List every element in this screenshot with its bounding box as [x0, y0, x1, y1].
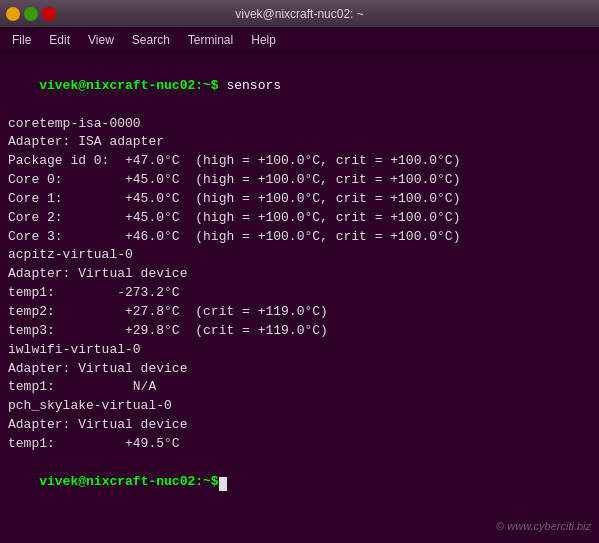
terminal-line: Core 2: +45.0°C (high = +100.0°C, crit =… — [8, 209, 591, 228]
terminal-first-prompt: vivek@nixcraft-nuc02:~$ sensors — [8, 58, 591, 115]
terminal-line: Core 0: +45.0°C (high = +100.0°C, crit =… — [8, 171, 591, 190]
terminal-line: coretemp-isa-0000 — [8, 115, 591, 134]
menu-help[interactable]: Help — [243, 31, 284, 49]
menu-view[interactable]: View — [80, 31, 122, 49]
menu-terminal[interactable]: Terminal — [180, 31, 241, 49]
terminal-line: Adapter: Virtual device — [8, 360, 591, 379]
terminal-output: coretemp-isa-0000Adapter: ISA adapterPac… — [8, 115, 591, 454]
maximize-button[interactable] — [24, 7, 38, 21]
close-button[interactable] — [42, 7, 56, 21]
cursor — [219, 477, 227, 491]
terminal-line: Adapter: Virtual device — [8, 265, 591, 284]
watermark: © www.cyberciti.biz — [496, 519, 591, 535]
window-controls[interactable] — [6, 7, 56, 21]
menu-search[interactable]: Search — [124, 31, 178, 49]
terminal-last-prompt: vivek@nixcraft-nuc02:~$ — [8, 454, 591, 511]
terminal-line: Core 1: +45.0°C (high = +100.0°C, crit =… — [8, 190, 591, 209]
window-title: vivek@nixcraft-nuc02: ~ — [235, 7, 364, 21]
titlebar: vivek@nixcraft-nuc02: ~ — [0, 0, 599, 28]
terminal-line: temp1: +49.5°C — [8, 435, 591, 454]
terminal-line: temp1: -273.2°C — [8, 284, 591, 303]
terminal-line: temp1: N/A — [8, 378, 591, 397]
command-text: sensors — [219, 78, 281, 93]
terminal-line: iwlwifi-virtual-0 — [8, 341, 591, 360]
terminal-line: Core 3: +46.0°C (high = +100.0°C, crit =… — [8, 228, 591, 247]
terminal-line: pch_skylake-virtual-0 — [8, 397, 591, 416]
terminal-content[interactable]: vivek@nixcraft-nuc02:~$ sensors coretemp… — [0, 52, 599, 543]
minimize-button[interactable] — [6, 7, 20, 21]
terminal-line: Package id 0: +47.0°C (high = +100.0°C, … — [8, 152, 591, 171]
prompt-1: vivek@nixcraft-nuc02:~$ — [39, 78, 218, 93]
menu-edit[interactable]: Edit — [41, 31, 78, 49]
menubar: File Edit View Search Terminal Help — [0, 28, 599, 52]
menu-file[interactable]: File — [4, 31, 39, 49]
prompt-2: vivek@nixcraft-nuc02:~$ — [39, 474, 218, 489]
terminal-line: Adapter: Virtual device — [8, 416, 591, 435]
terminal-line: temp2: +27.8°C (crit = +119.0°C) — [8, 303, 591, 322]
terminal-line: temp3: +29.8°C (crit = +119.0°C) — [8, 322, 591, 341]
terminal-line: acpitz-virtual-0 — [8, 246, 591, 265]
terminal-line: Adapter: ISA adapter — [8, 133, 591, 152]
